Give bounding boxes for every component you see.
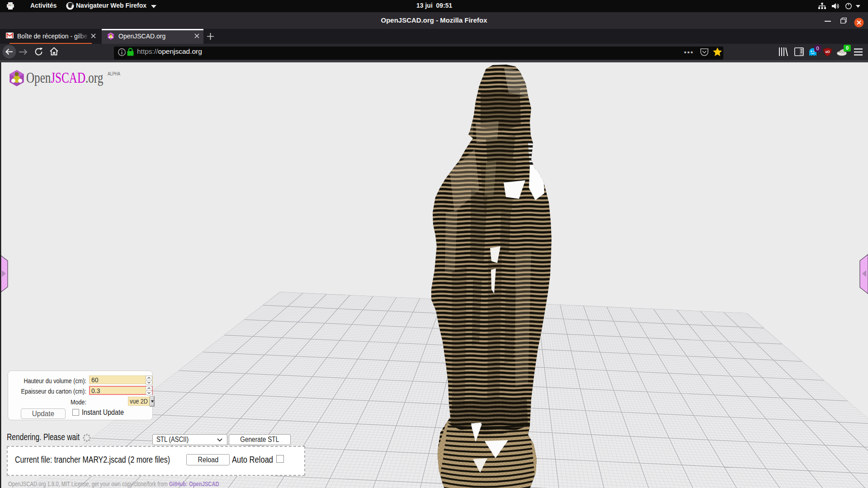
- svg-text:uO: uO: [826, 50, 830, 53]
